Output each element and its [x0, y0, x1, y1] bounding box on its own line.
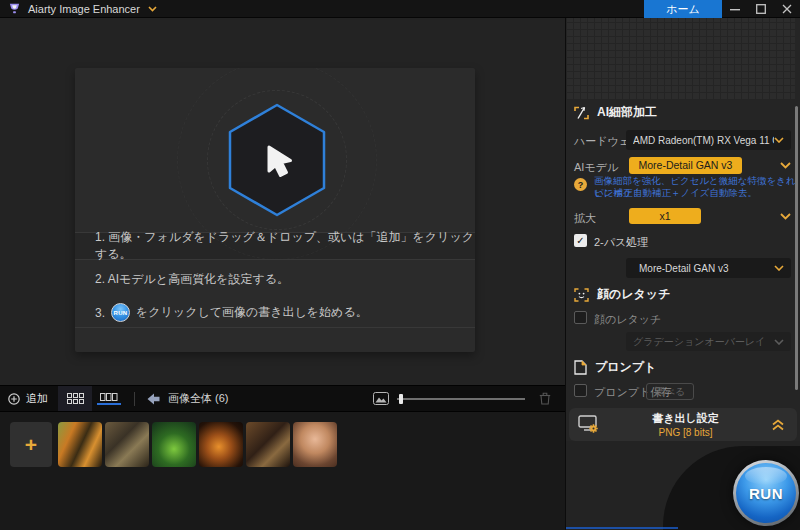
face-retouch-checkbox[interactable]: [574, 311, 587, 324]
instruction-step-2-text: 2. AIモデルと高画質化を設定する。: [95, 271, 289, 288]
slider-track: [397, 398, 525, 400]
add-images-label: 追加: [26, 391, 48, 406]
export-settings-title: 書き出し設定: [600, 411, 771, 426]
add-circle-icon: [8, 393, 20, 405]
app-menu-caret-icon[interactable]: [148, 6, 157, 12]
run-button-label: RUN: [749, 485, 783, 502]
minimize-button[interactable]: [722, 0, 748, 18]
face-preset-value: グラデーションオーバーレイ: [633, 335, 765, 349]
list-view-active-indicator: [97, 403, 121, 405]
run-section: RUN: [566, 441, 800, 530]
toolbar-separator: [134, 392, 135, 406]
collapse-panel-button[interactable]: [771, 419, 785, 431]
chevron-down-icon: [780, 162, 791, 169]
thumbnail-burger[interactable]: [199, 422, 243, 467]
thumbnail-strip: +: [0, 412, 565, 530]
chevron-down-icon: [774, 339, 784, 345]
section-header-ai-detail: AI細部加工: [574, 104, 657, 121]
back-arrow-button[interactable]: [147, 393, 160, 405]
two-pass-model-value: More-Detail GAN v3: [633, 263, 774, 274]
section-header-prompt: プロンプト: [574, 359, 656, 376]
thumbnail-tiger[interactable]: [58, 422, 102, 467]
model-hint-line2: ピンボケ自動補正＋ノイズ自動除去。: [594, 187, 757, 199]
main-area: 1. 画像・フォルダをドラッグ＆ドロップ、或いは「追加」をクリックする。 2. …: [0, 18, 565, 530]
minimize-icon: [730, 4, 740, 14]
help-icon[interactable]: ?: [574, 178, 587, 191]
thumbnail-size-icon: [373, 392, 389, 405]
ai-detail-icon: [574, 106, 589, 120]
thumbnail-dog-armor[interactable]: [246, 422, 290, 467]
section-header-face-retouch: 顔のレタッチ: [574, 286, 670, 303]
section-title-face-retouch: 顔のレタッチ: [597, 286, 670, 303]
trash-icon[interactable]: [539, 392, 551, 405]
thumbnail-list: +: [0, 412, 565, 467]
close-icon: [782, 4, 792, 14]
grid-view-icon: [67, 393, 84, 404]
two-pass-label: 2-パス処理: [594, 235, 648, 250]
image-filter-label: 画像全体 (6): [168, 391, 229, 406]
maximize-icon: [756, 4, 766, 14]
drop-hexagon-cursor-icon: [222, 100, 332, 220]
bottom-toolbar: 追加: [0, 385, 565, 412]
hardware-dropdown[interactable]: AMD Radeon(TM) RX Vega 11 Graphics: [626, 130, 791, 150]
face-preset-dropdown: グラデーションオーバーレイ: [626, 332, 791, 351]
section-title-prompt: プロンプト: [595, 359, 656, 376]
ai-model-value: More-Detail GAN v3: [629, 157, 742, 174]
run-button-face: RUN: [736, 463, 796, 523]
add-images-button[interactable]: 追加: [0, 386, 58, 411]
section-title-ai-detail: AI細部加工: [597, 104, 657, 121]
image-drop-zone[interactable]: 1. 画像・フォルダをドラッグ＆ドロップ、或いは「追加」をクリックする。 2. …: [75, 68, 475, 352]
chevron-down-icon: [780, 213, 791, 220]
app-window: Aiarty Image Enhancer ホーム: [0, 0, 800, 530]
plus-icon: +: [25, 434, 37, 455]
maximize-button[interactable]: [748, 0, 774, 18]
scale-label: 拡大: [574, 211, 596, 226]
app-logo-icon: [8, 2, 21, 15]
instruction-step-3-prefix: 3.: [95, 306, 105, 320]
thumbnail-forest-bottle[interactable]: [152, 422, 196, 467]
thumbnail-portrait-woman[interactable]: [293, 422, 337, 467]
run-button[interactable]: RUN: [733, 460, 799, 526]
ai-model-label: AIモデル: [574, 160, 618, 175]
ai-model-dropdown[interactable]: More-Detail GAN v3: [626, 156, 791, 174]
thumbnail-size-slider[interactable]: [397, 393, 525, 405]
hardware-value: AMD Radeon(TM) RX Vega 11 Graphics: [633, 135, 774, 146]
double-chevron-up-icon: [771, 419, 785, 431]
export-format: PNG: [659, 427, 681, 438]
run-mini-icon: RUN: [111, 303, 130, 322]
add-thumbnail-button[interactable]: +: [10, 422, 52, 467]
titlebar: Aiarty Image Enhancer ホーム: [0, 0, 800, 18]
export-format-value: PNG [8 bits]: [600, 427, 771, 438]
instruction-step-3-suffix: をクリックして画像の書き出しを始める。: [136, 304, 368, 321]
export-settings-button[interactable]: 書き出し設定 PNG [8 bits]: [569, 408, 797, 441]
back-arrow-icon: [147, 393, 160, 405]
scale-dropdown[interactable]: x1: [626, 207, 791, 225]
chevron-down-icon: [774, 265, 784, 271]
thumbnail-butterfly[interactable]: [105, 422, 149, 467]
face-retouch-label: 顔のレタッチ: [594, 312, 661, 327]
app-title: Aiarty Image Enhancer: [28, 3, 140, 15]
export-settings-texts: 書き出し設定 PNG [8 bits]: [600, 411, 771, 438]
settings-panel: AI細部加工 ハードウェア AMD Radeon(TM) RX Vega 11 …: [565, 18, 800, 530]
close-button[interactable]: [774, 0, 800, 18]
list-view-button[interactable]: [92, 386, 126, 411]
export-bit-depth: [8 bits]: [683, 427, 712, 438]
slider-handle[interactable]: [399, 394, 403, 404]
grid-view-button[interactable]: [58, 386, 92, 411]
preview-placeholder-grid: [566, 18, 795, 100]
two-pass-model-dropdown[interactable]: More-Detail GAN v3: [626, 258, 791, 278]
instruction-step-2: 2. AIモデルと高画質化を設定する。: [75, 260, 475, 298]
instruction-step-1-text: 1. 画像・フォルダをドラッグ＆ドロップ、或いは「追加」をクリックする。: [95, 229, 475, 263]
instruction-list: 1. 画像・フォルダをドラッグ＆ドロップ、或いは「追加」をクリックする。 2. …: [75, 232, 475, 328]
home-button[interactable]: ホーム: [644, 0, 722, 18]
instruction-step-1: 1. 画像・フォルダをドラッグ＆ドロップ、或いは「追加」をクリックする。: [75, 232, 475, 260]
list-view-icon: [100, 393, 118, 401]
prompt-save-checkbox[interactable]: [574, 384, 587, 397]
two-pass-checkbox[interactable]: [574, 234, 587, 247]
prompt-document-icon: [574, 360, 587, 375]
face-retouch-icon: [574, 288, 589, 302]
run-accent-line: [566, 527, 678, 529]
export-settings-icon: [578, 415, 600, 435]
panel-scrollbar[interactable]: [795, 106, 798, 390]
prompt-inspect-button: 調べる: [646, 383, 694, 400]
